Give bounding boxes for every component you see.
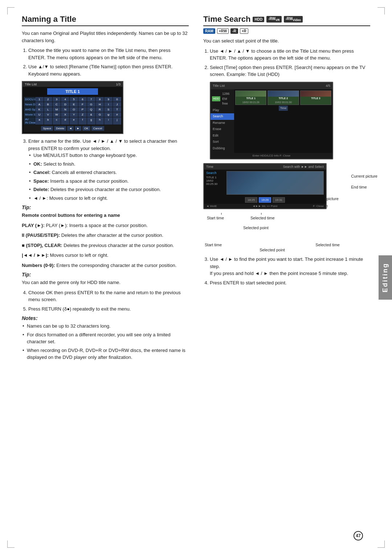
- left-column: Naming a Title You can name Original and…: [22, 15, 189, 364]
- annotation-svg: Start time Selected time Selected point …: [203, 213, 341, 242]
- ts-footer-left: Enter HDD/LCD Info: [253, 154, 279, 157]
- kb-left-btn[interactable]: ◄: [67, 126, 74, 131]
- thumb-img-2: [268, 91, 298, 97]
- naming-step-5: Press RETURN (δ●) repeatedly to exit the…: [28, 305, 189, 313]
- ts-search[interactable]: Search: [211, 113, 234, 120]
- naming-screen-title: Title List: [25, 82, 37, 86]
- ts-thumb-3: TITLE 3: [300, 90, 331, 105]
- ts-header-title: Title List: [213, 84, 225, 89]
- kb-label-movie: Movie Show: [24, 112, 35, 117]
- key-8: 8: [96, 97, 104, 102]
- bullet-keyboard-type: Use MENU/LIST button to change keyboard …: [33, 152, 189, 159]
- kb-cancel-btn[interactable]: Cancel: [91, 126, 104, 131]
- time-footer-mid: ◄►► Mc >> Point: [253, 204, 278, 208]
- time-point-2[interactable]: 19:29: [259, 197, 271, 203]
- badge-ram: RAM: [203, 28, 215, 34]
- thumb-img-1: [236, 91, 266, 97]
- time-search-label: Time Search: [203, 15, 250, 24]
- tip-stop: ■ (STOP), CLEAR: Deletes the previous ch…: [22, 242, 189, 249]
- ann-end-time-label: End time: [351, 185, 377, 189]
- ann-start: Start time: [205, 243, 222, 247]
- ts-step-4: Press ENTER to start selected point.: [210, 279, 370, 287]
- notes-label: Notes:: [22, 315, 189, 321]
- naming-steps-continued: Enter a name for the title. Use ◄ / ► / …: [22, 138, 189, 202]
- ts-sort[interactable]: Sort: [211, 139, 234, 145]
- note-3: When recording on DVD-R, DVD+R or DVD+RW…: [27, 347, 189, 361]
- tip-1-label: Tip:: [22, 204, 189, 210]
- ts-play[interactable]: Play: [211, 107, 234, 114]
- corner-mark-tr: [377, 7, 385, 15]
- kb-row-1: DOCU Edu 1 2 3 4 5 6 7 8 9 0: [24, 97, 121, 102]
- badge-rwvr: -RWVR: [266, 16, 281, 23]
- ts-dubbing[interactable]: Dubbing: [211, 145, 234, 152]
- time-point-1[interactable]: 18:25: [245, 197, 257, 203]
- badge-plusr: +R: [240, 28, 248, 34]
- badge-plusrw: +RW: [217, 28, 229, 34]
- corner-mark-br: [377, 540, 385, 548]
- ts-thumb-2: TITLE 2 10/02 00:01:30: [268, 90, 299, 105]
- ts-footer-right: F: Close: [279, 154, 290, 157]
- kb-row-4: Movie Show UVWXYZ&Gψ#: [24, 112, 121, 117]
- time-body: Search TITLE 1 16/02 00:25:30: [204, 170, 326, 196]
- right-column: Time Search HDD -RWVR -RWVideo RAM +RW -…: [203, 15, 370, 364]
- kb-label-ahd: AHD Sports: [24, 107, 35, 112]
- naming-step-3-bullets: Use MENU/LIST button to change keyboard …: [28, 152, 189, 202]
- thumb-img-3: [301, 91, 331, 97]
- note-1: Names can be up to 32 characters long.: [27, 323, 189, 330]
- tip-1-subhead: Remote control buttons for entering a na…: [22, 212, 189, 219]
- kb-row-5: AV IN Clear abcdefghij: [24, 117, 121, 125]
- ts-erase[interactable]: Erase: [211, 126, 234, 133]
- badge-r: -R: [230, 28, 238, 34]
- time-timeline: 18:25 19:29 19:31: [204, 196, 326, 204]
- time-point-3[interactable]: 19:31: [273, 197, 285, 203]
- hdd-free: 1286 EM free: [222, 92, 233, 106]
- naming-step-3-text: Enter a name for the title. Use ◄ / ► / …: [28, 138, 177, 151]
- ann-selected: Selected time: [315, 243, 340, 247]
- naming-keyboard-screen: Title List 1/3 TITLE 1 DOCU Edu 1 2 3 4 …: [22, 81, 123, 134]
- title-list-screen: Title List 4/5 HDD 1286 EM free Play Sea…: [210, 82, 333, 160]
- ts-header-page: 4/5: [326, 84, 330, 89]
- ts-steps-continued: Use ◄ / ► to find the point you want to …: [203, 256, 370, 286]
- naming-screen-page: 1/3: [116, 82, 121, 86]
- tip-pause: II (PAUSE/STEP): Deletes the after chara…: [22, 232, 189, 239]
- naming-intro: You can name Original and Playlist title…: [22, 30, 189, 44]
- kb-keys-5: abcdefghij: [35, 117, 121, 125]
- key-3: 3: [53, 97, 61, 102]
- kb-keys-4: UVWXYZ&Gψ#: [35, 112, 121, 117]
- badge-hdd: HDD: [253, 17, 264, 22]
- thumb-date-1: 16/02 00:21:29: [242, 101, 260, 105]
- ts-body: HDD 1286 EM free Play Search Rename Eras…: [211, 89, 332, 153]
- kb-row-3: AHD Sports KLMNOPQRST: [24, 107, 121, 112]
- kb-ok-btn[interactable]: OK: [82, 126, 90, 131]
- naming-steps: Choose the title you want to name on the…: [22, 47, 189, 77]
- tip-numbers: Numbers (0-9): Enters the corresponding …: [22, 262, 189, 269]
- kb-right-btn[interactable]: ►: [75, 126, 81, 131]
- annotation-selected-point: Selected point: [243, 226, 269, 230]
- ts-footer: Enter HDD/LCD Info F: Close: [211, 153, 332, 159]
- kb-space-btn[interactable]: Space: [41, 126, 53, 131]
- badge-rwvideo: -RWVideo: [284, 16, 303, 23]
- annotations-row: Start time Selected time: [203, 243, 341, 247]
- ts-rename[interactable]: Rename: [211, 120, 234, 126]
- kb-delete-btn[interactable]: Delete: [54, 126, 66, 131]
- time-search-steps: Use ◄ / ► / ▲ / ▼ to choose a title on t…: [203, 48, 370, 160]
- thumb-title-1: TITLE 1: [246, 97, 256, 101]
- key-0: 0: [113, 97, 121, 102]
- naming-bottom-bar: Space Delete ◄ ► OK Cancel: [24, 125, 121, 132]
- thumb-date-3: [315, 101, 316, 105]
- bullet-space: Space: Inserts a space at the cursor pos…: [33, 178, 189, 185]
- note-2: For discs formatted on a different recor…: [27, 331, 189, 345]
- ts-content: TITLE 1 16/02 00:21:29 TITLE 2 10/02 00:…: [234, 89, 332, 153]
- thumb-title-3: TITLE 3: [311, 97, 320, 101]
- editing-tab: Editing: [379, 255, 392, 300]
- hdd-icon: HDD: [212, 96, 220, 101]
- bullet-cursor: ◄ / ►: Moves cursor to left or right.: [33, 195, 189, 202]
- time-date-label: 16/02: [206, 179, 224, 182]
- time-screen-header: Time Search with ►► and Select: [204, 164, 326, 170]
- thumb-date-2: 10/02 00:01:30: [275, 101, 292, 105]
- tip-play: PLAY (►): PLAY (►): Inserts a space at t…: [22, 222, 189, 229]
- time-title-row: TITLE 1 16/02 00:25:30: [206, 176, 224, 186]
- ts-step-3-detail: If you press and hold ◄ / ► then the poi…: [210, 271, 348, 276]
- badge-row-2: RAM +RW -R +R: [203, 28, 370, 34]
- ts-edit[interactable]: Edit: [211, 133, 234, 139]
